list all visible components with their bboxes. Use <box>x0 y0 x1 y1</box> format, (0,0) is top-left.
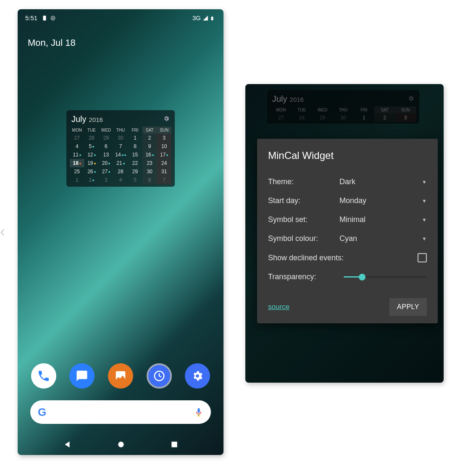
option-value: Cyan <box>339 234 422 243</box>
calendar-widget[interactable]: July 2016 MONTUEWEDTHUFRISATSUN 27282930… <box>66 110 175 187</box>
calendar-day[interactable]: 7 <box>113 142 128 151</box>
calendar-day[interactable]: 18 <box>70 159 84 167</box>
calendar-day[interactable]: 2 <box>142 134 157 142</box>
svg-point-7 <box>118 442 124 447</box>
nav-home-icon[interactable] <box>117 440 125 449</box>
calendar-day[interactable]: 1 <box>70 176 84 184</box>
config-dialog-screen: July 2016 MONTUEWEDTHUFRISATSUN272829301… <box>245 84 444 383</box>
calendar-day[interactable]: 10 <box>157 142 171 151</box>
source-link[interactable]: source <box>268 303 289 311</box>
calendar-day[interactable]: 14 <box>113 151 128 159</box>
settings-app[interactable] <box>185 363 210 389</box>
calendar-day[interactable]: 9 <box>142 142 157 151</box>
calendar-day[interactable]: 20 <box>99 159 113 167</box>
dow-header: MON <box>70 127 84 134</box>
calendar-day[interactable]: 4 <box>70 142 84 151</box>
data-saver-icon <box>50 15 56 21</box>
calendar-day[interactable]: 30 <box>142 167 157 176</box>
calendar-day[interactable]: 24 <box>157 159 171 167</box>
event-dot <box>92 146 94 148</box>
option-row[interactable]: Theme:Dark▼ <box>268 172 427 191</box>
calendar-day[interactable]: 17 <box>157 151 171 159</box>
event-dot <box>152 154 154 156</box>
calendar-day[interactable]: 29 <box>128 167 142 176</box>
chevron-down-icon: ▼ <box>422 217 427 223</box>
messages-app[interactable] <box>69 363 95 389</box>
event-dot <box>122 154 124 156</box>
calendar-day[interactable]: 6 <box>99 142 113 151</box>
dow-header: SUN <box>157 127 171 134</box>
calendar-day[interactable]: 30 <box>113 134 128 142</box>
option-row[interactable]: Symbol set:Minimal▼ <box>268 210 427 229</box>
calendar-day[interactable]: 29 <box>99 134 113 142</box>
svg-rect-6 <box>197 415 200 416</box>
battery-icon <box>210 15 216 21</box>
calendar-day[interactable]: 3 <box>99 176 113 184</box>
calendar-day[interactable]: 28 <box>113 167 128 176</box>
carousel-prev-icon[interactable]: ‹ <box>0 223 5 241</box>
chevron-down-icon: ▼ <box>422 236 427 242</box>
event-dot <box>92 180 94 181</box>
home-date[interactable]: Mon, Jul 18 <box>18 23 223 48</box>
status-time: 5:51 <box>25 14 37 21</box>
calendar-day[interactable]: 5 <box>128 176 142 184</box>
calendar-day[interactable]: 28 <box>84 134 99 142</box>
option-label: Symbol colour: <box>268 234 339 243</box>
svg-rect-0 <box>43 16 46 21</box>
calendar-day[interactable]: 25 <box>70 167 84 176</box>
google-icon: G <box>38 406 46 419</box>
calendar-day[interactable]: 21 <box>113 159 128 167</box>
calendar-day[interactable]: 19 <box>84 159 99 167</box>
photos-app[interactable] <box>108 363 133 389</box>
nav-recent-icon[interactable] <box>170 440 179 449</box>
calendar-grid: MONTUEWEDTHUFRISATSUN 272829301234567891… <box>70 127 171 184</box>
calendar-day[interactable]: 15 <box>128 151 142 159</box>
calendar-day[interactable]: 12 <box>84 151 99 159</box>
mic-icon[interactable] <box>194 407 203 417</box>
event-dot <box>94 154 96 156</box>
svg-rect-8 <box>171 442 177 447</box>
option-row[interactable]: Symbol colour:Cyan▼ <box>268 229 427 248</box>
show-declined-row[interactable]: Show declined events: <box>268 248 427 267</box>
svg-rect-2 <box>211 17 213 20</box>
event-dot <box>108 163 110 164</box>
calendar-day[interactable]: 23 <box>142 159 157 167</box>
calendar-day[interactable]: 27 <box>70 134 84 142</box>
calendar-day[interactable]: 1 <box>128 134 142 142</box>
calendar-day[interactable]: 22 <box>128 159 142 167</box>
calendar-day[interactable]: 26 <box>84 167 99 176</box>
navigation-bar <box>18 440 223 449</box>
widget-year: 2016 <box>89 116 103 123</box>
calendar-day[interactable]: 3 <box>157 134 171 142</box>
dow-header: THU <box>113 127 128 134</box>
calendar-day[interactable]: 5 <box>84 142 99 151</box>
chevron-down-icon: ▼ <box>422 179 427 185</box>
calendar-day[interactable]: 2 <box>84 176 99 184</box>
show-declined-checkbox[interactable] <box>418 253 427 262</box>
option-value: Dark <box>339 177 422 186</box>
option-label: Symbol set: <box>268 215 339 224</box>
widget-settings-icon[interactable] <box>163 115 170 122</box>
transparency-row: Transparency: <box>268 267 427 286</box>
calendar-day[interactable]: 8 <box>128 142 142 151</box>
event-dot <box>94 171 96 173</box>
checkbox-label: Show declined events: <box>268 254 418 262</box>
svg-rect-5 <box>198 415 199 416</box>
calendar-day[interactable]: 31 <box>157 167 171 176</box>
option-value: Minimal <box>339 215 422 224</box>
calendar-day[interactable]: 4 <box>113 176 128 184</box>
transparency-slider[interactable] <box>344 276 427 278</box>
nav-back-icon[interactable] <box>63 440 72 449</box>
clock-app[interactable] <box>147 363 172 389</box>
event-dot <box>166 154 168 156</box>
calendar-day[interactable]: 16 <box>142 151 157 159</box>
phone-app[interactable] <box>31 363 56 389</box>
apply-button[interactable]: APPLY <box>389 298 427 316</box>
calendar-day[interactable]: 7 <box>157 176 171 184</box>
calendar-day[interactable]: 11 <box>70 151 84 159</box>
google-search-bar[interactable]: G <box>30 400 211 424</box>
calendar-day[interactable]: 6 <box>142 176 157 184</box>
calendar-day[interactable]: 27 <box>99 167 113 176</box>
option-row[interactable]: Start day:Monday▼ <box>268 191 427 210</box>
calendar-day[interactable]: 13 <box>99 151 113 159</box>
